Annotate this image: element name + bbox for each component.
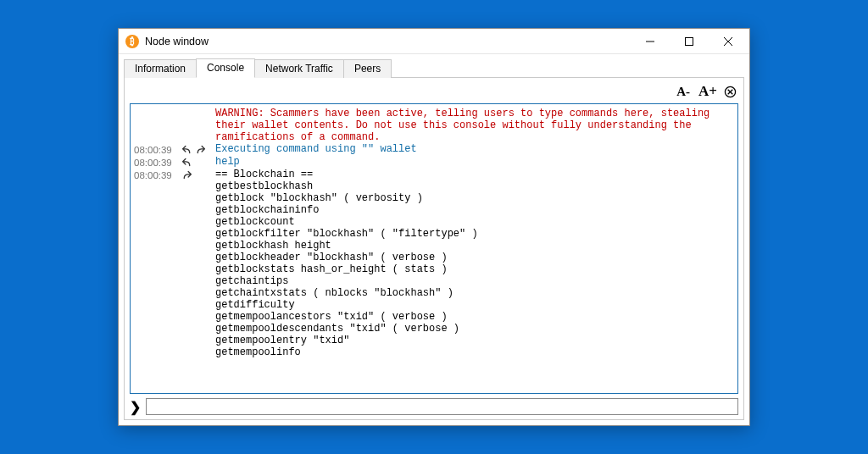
console-scroll[interactable]: WARNING: Scammers have been active, tell… (131, 104, 737, 393)
reply-in-icon (181, 169, 192, 180)
app-icon: ₿ (125, 35, 139, 48)
timestamp: 08:00:39 (134, 169, 181, 181)
timestamp: 08:00:39 (134, 143, 181, 156)
console-text: help (215, 156, 732, 168)
console-text: Executing command using "" wallet (215, 143, 732, 155)
tab-peers[interactable]: Peers (343, 59, 392, 78)
clear-console-button[interactable] (724, 86, 737, 98)
minimize-button[interactable] (631, 29, 670, 53)
row-icon (181, 169, 215, 180)
svg-rect-1 (686, 37, 693, 45)
console-input[interactable] (146, 398, 738, 415)
row-icon (181, 108, 215, 108)
font-smaller-button[interactable]: A- (675, 85, 692, 99)
prompt-icon: ❯ (130, 399, 141, 415)
console-warning-row: WARNING: Scammers have been active, tell… (134, 108, 732, 143)
tab-network-traffic[interactable]: Network Traffic (254, 59, 344, 78)
font-larger-button[interactable]: A+ (697, 83, 719, 100)
console-toolbar: A- A+ (130, 82, 738, 103)
row-icon (181, 143, 215, 155)
client-area: Information Console Network Traffic Peer… (119, 54, 749, 425)
window-title: Node window (145, 36, 209, 47)
warning-text: WARNING: Scammers have been active, tell… (215, 108, 732, 143)
window-controls (631, 29, 748, 53)
timestamp (134, 108, 181, 108)
titlebar: ₿ Node window (119, 29, 749, 54)
console-row: 08:00:39 == Blockchain == getbestblockha… (134, 169, 732, 358)
reply-out-icon (181, 144, 192, 155)
maximize-button[interactable] (670, 29, 709, 53)
tab-bar: Information Console Network Traffic Peer… (124, 58, 744, 78)
tab-console[interactable]: Console (196, 58, 255, 78)
console-row: 08:00:39 help (134, 156, 732, 169)
console-text: == Blockchain == getbestblockhash getblo… (215, 169, 732, 358)
reply-out-icon (181, 157, 192, 168)
console-output: WARNING: Scammers have been active, tell… (130, 103, 738, 394)
console-row: 08:00:39 Executing command using "" wall… (134, 143, 732, 156)
node-window: ₿ Node window Information Console Networ… (118, 28, 750, 426)
tab-information[interactable]: Information (124, 59, 197, 78)
reply-in-icon (195, 144, 206, 155)
console-input-bar: ❯ (130, 394, 738, 415)
row-icon (181, 156, 215, 168)
tab-content: A- A+ WARNING: Scammers have been active… (124, 77, 744, 420)
timestamp: 08:00:39 (134, 156, 181, 169)
close-button[interactable] (709, 29, 748, 53)
